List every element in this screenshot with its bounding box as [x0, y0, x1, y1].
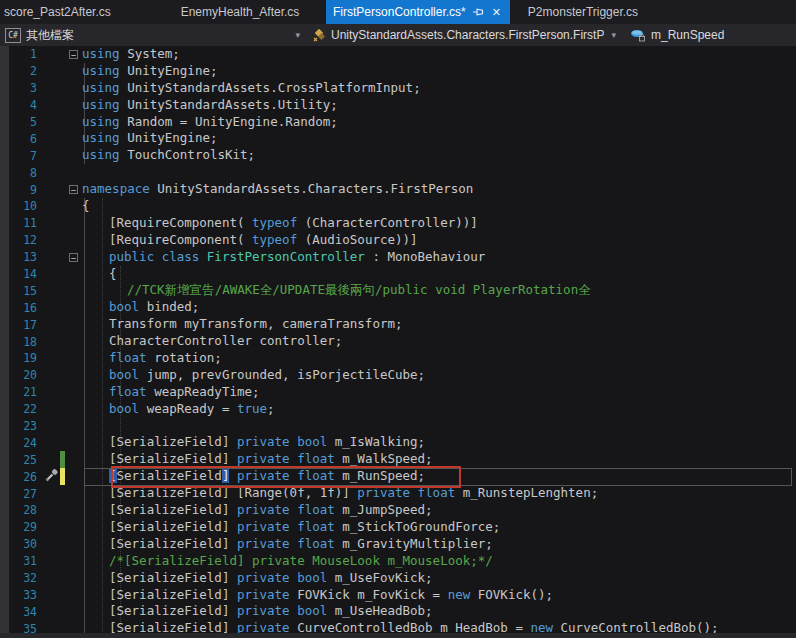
document-tab-bar: score_Past2After.csEnemyHealth_After.csF… [0, 0, 796, 24]
code-line[interactable]: 13−public class FirstPersonController : … [0, 249, 796, 266]
glyph-margin [44, 114, 60, 131]
private-field-icon [630, 29, 646, 42]
line-number: 21 [0, 385, 44, 399]
project-dropdown[interactable]: C# 其他檔案 ▾ [0, 24, 308, 46]
code-line[interactable]: 7using TouchControlsKit; [0, 147, 796, 164]
code-text: Transform myTransform, cameraTransform; [82, 316, 403, 333]
glyph-margin [44, 316, 60, 333]
code-line[interactable]: 6using UnityEngine; [0, 130, 796, 147]
code-text: using UnityStandardAssets.Utility; [82, 97, 338, 114]
code-text: [RequireComponent( typeof (CharacterCont… [82, 215, 478, 232]
code-editor[interactable]: 1−using System;2using UnityEngine;3using… [0, 46, 796, 638]
glyph-margin [44, 350, 60, 367]
code-text: using TouchControlsKit; [82, 147, 255, 164]
code-line[interactable]: 31/*[SerializeField] private MouseLook m… [0, 553, 796, 570]
glyph-margin [44, 130, 60, 147]
collapse-toggle-icon[interactable]: − [69, 185, 78, 194]
code-line[interactable]: 3using UnityStandardAssets.CrossPlatform… [0, 80, 796, 97]
code-line[interactable]: 15//TCK新增宣告/AWAKE全/UPDATE最後兩句/public voi… [0, 282, 796, 299]
code-line[interactable]: 26[SerializeField] private float m_RunSp… [0, 468, 796, 485]
outlining-margin [66, 418, 82, 435]
code-text: float rotation; [82, 350, 222, 367]
glyph-margin [44, 401, 60, 418]
type-dropdown[interactable]: UnityStandardAssets.Characters.FirstPers… [308, 24, 624, 46]
line-number: 11 [0, 216, 44, 230]
code-line[interactable]: 8 [0, 164, 796, 181]
code-line[interactable]: 11[RequireComponent( typeof (CharacterCo… [0, 215, 796, 232]
line-number: 28 [0, 503, 44, 517]
code-text: [SerializeField] private float m_RunSpee… [82, 468, 425, 485]
outlining-margin [66, 80, 82, 97]
line-number: 23 [0, 419, 44, 433]
outlining-margin [66, 603, 82, 620]
member-dropdown[interactable]: m_RunSpeed [624, 24, 796, 46]
glyph-margin [44, 232, 60, 249]
code-line[interactable]: 12[RequireComponent( typeof (AudioSource… [0, 232, 796, 249]
outlining-margin [66, 451, 82, 468]
code-text: [SerializeField] private FOVKick m_FovKi… [82, 587, 553, 604]
outlining-margin: − [66, 249, 82, 266]
outlining-margin: − [66, 46, 82, 63]
code-text: [SerializeField] private float m_StickTo… [82, 519, 500, 536]
line-number: 34 [0, 605, 44, 619]
code-text: [SerializeField] private bool m_IsWalkin… [82, 434, 425, 451]
close-icon[interactable]: ✕ [490, 7, 503, 18]
glyph-margin [44, 46, 60, 63]
code-line[interactable]: 4using UnityStandardAssets.Utility; [0, 97, 796, 114]
glyph-margin [44, 418, 60, 435]
line-number: 33 [0, 588, 44, 602]
glyph-margin [44, 587, 60, 604]
chevron-down-icon: ▾ [611, 30, 616, 40]
code-line[interactable]: 33[SerializeField] private FOVKick m_Fov… [0, 587, 796, 604]
code-line[interactable]: 24[SerializeField] private bool m_IsWalk… [0, 434, 796, 451]
code-line[interactable]: 17Transform myTransform, cameraTransform… [0, 316, 796, 333]
editor-tab[interactable]: score_Past2After.cs [0, 0, 154, 24]
code-text: //TCK新增宣告/AWAKE全/UPDATE最後兩句/public void … [82, 282, 591, 299]
code-text: bool jump, prevGrounded, isPorjectileCub… [82, 367, 425, 384]
code-line[interactable]: 9−namespace UnityStandardAssets.Characte… [0, 181, 796, 198]
code-line[interactable]: 25[SerializeField] private float m_WalkS… [0, 451, 796, 468]
editor-tab[interactable]: FirstPersonController.cs*✕ [326, 0, 510, 24]
code-line[interactable]: 20bool jump, prevGrounded, isPorjectileC… [0, 367, 796, 384]
editor-tab[interactable]: P2monsterTrigger.cs [510, 0, 656, 24]
glyph-margin [44, 299, 60, 316]
code-line[interactable]: 5using Random = UnityEngine.Random; [0, 114, 796, 131]
line-number: 7 [0, 149, 44, 163]
code-line[interactable]: 1−using System; [0, 46, 796, 63]
code-line[interactable]: 14{ [0, 266, 796, 283]
code-line[interactable]: 29[SerializeField] private float m_Stick… [0, 519, 796, 536]
collapse-toggle-icon[interactable]: − [69, 50, 78, 59]
outlining-margin [66, 282, 82, 299]
code-line[interactable]: 21float weapReadyTime; [0, 384, 796, 401]
outlining-margin [66, 232, 82, 249]
code-line[interactable]: 32[SerializeField] private bool m_UseFov… [0, 570, 796, 587]
horizontal-scrollbar[interactable] [0, 633, 796, 638]
code-line[interactable]: 18CharacterController controller; [0, 333, 796, 350]
code-line[interactable]: 16bool binded; [0, 299, 796, 316]
code-line[interactable]: 10{ [0, 198, 796, 215]
code-line[interactable]: 28[SerializeField] private float m_JumpS… [0, 502, 796, 519]
pin-icon[interactable] [472, 6, 484, 18]
glyph-margin [44, 80, 60, 97]
code-line[interactable]: 22bool weapReady = true; [0, 401, 796, 418]
glyph-margin [44, 147, 60, 164]
code-text: [RequireComponent( typeof (AudioSource))… [82, 232, 418, 249]
editor-tab[interactable]: EnemyHealth_After.cs [154, 0, 326, 24]
outlining-margin [66, 587, 82, 604]
quick-actions-screwdriver-icon[interactable] [45, 467, 59, 486]
collapse-toggle-icon[interactable]: − [69, 253, 78, 262]
code-line[interactable]: 2using UnityEngine; [0, 63, 796, 80]
code-line[interactable]: 34[SerializeField] private bool m_UseHea… [0, 603, 796, 620]
code-line[interactable]: 27[SerializeField] [Range(0f, 1f)] priva… [0, 485, 796, 502]
line-number: 31 [0, 554, 44, 568]
code-line[interactable]: 23 [0, 418, 796, 435]
line-number: 8 [0, 166, 44, 180]
code-line[interactable]: 19float rotation; [0, 350, 796, 367]
code-line[interactable]: 30[SerializeField] private float m_Gravi… [0, 536, 796, 553]
glyph-margin [44, 384, 60, 401]
line-number: 27 [0, 487, 44, 501]
line-number: 5 [0, 115, 44, 129]
outlining-margin [66, 164, 82, 181]
line-number: 19 [0, 351, 44, 365]
code-area: 1−using System;2using UnityEngine;3using… [0, 46, 796, 637]
